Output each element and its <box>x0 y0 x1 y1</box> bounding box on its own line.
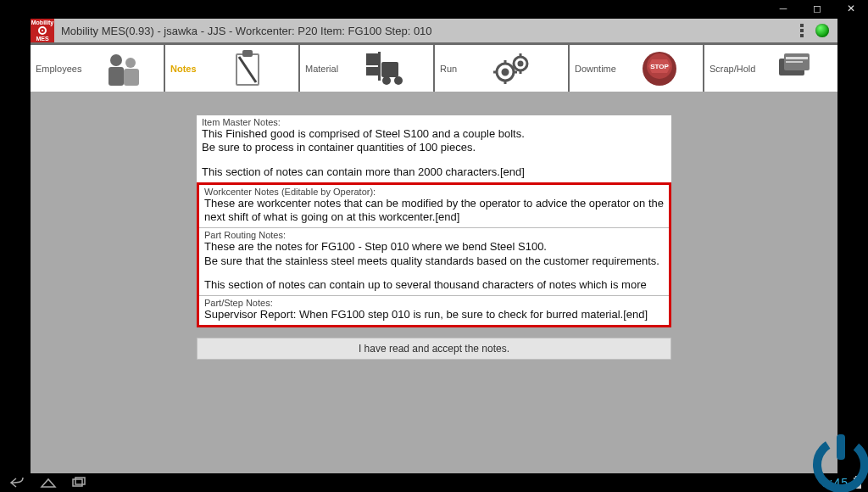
tab-scraphold[interactable]: Scrap/Hold <box>704 45 837 92</box>
tab-material[interactable]: Material <box>300 45 433 92</box>
app-logo: Mobility MES <box>31 19 54 42</box>
svg-rect-32 <box>73 479 82 486</box>
svg-point-17 <box>519 62 522 65</box>
tab-label: Material <box>305 64 338 74</box>
android-nav-bar: 8:45 <box>0 473 868 492</box>
gears-icon <box>462 50 563 87</box>
tab-label: Downtime <box>575 64 616 74</box>
svg-rect-3 <box>124 69 139 86</box>
workcenter-notes-block[interactable]: Workcenter Notes (Editable by Operator):… <box>199 185 669 228</box>
window-controls: ─ ◻ ✕ <box>766 0 868 17</box>
app-titlebar: Mobility MES Mobility MES(0.93) - jsawka… <box>31 19 837 42</box>
employees-icon <box>86 50 159 87</box>
svg-point-0 <box>110 54 122 66</box>
tab-employees[interactable]: Employees <box>31 45 164 92</box>
window-minimize-button[interactable]: ─ <box>766 0 800 17</box>
app-viewport: Mobility MES Mobility MES(0.93) - jsawka… <box>31 19 837 473</box>
svg-text:STOP: STOP <box>650 63 669 70</box>
home-button[interactable] <box>37 476 59 489</box>
tab-label: Employees <box>36 64 81 74</box>
power-logo-icon <box>798 422 868 492</box>
note-body: These are workcenter notes that can be m… <box>204 197 664 225</box>
forklift-icon <box>343 50 428 87</box>
note-header: Item Master Notes: <box>202 117 666 127</box>
svg-rect-8 <box>366 53 378 65</box>
svg-rect-31 <box>786 61 803 63</box>
svg-rect-9 <box>366 67 378 75</box>
notes-panel: Item Master Notes: This Finished good is… <box>197 115 671 327</box>
note-body: Supervisor Report: When FG100 step 010 i… <box>204 308 664 321</box>
tab-notes[interactable]: Notes <box>165 45 298 92</box>
svg-point-15 <box>503 70 508 75</box>
tab-strip: Employees Notes Material Run <box>31 42 837 92</box>
overflow-menu-icon[interactable] <box>793 24 810 37</box>
tab-label: Notes <box>170 64 197 74</box>
tab-label: Run <box>440 64 457 74</box>
svg-rect-30 <box>786 57 808 59</box>
svg-rect-13 <box>378 52 381 81</box>
part-routing-notes-block: Part Routing Notes: These are the notes … <box>199 227 669 295</box>
svg-point-2 <box>125 58 136 68</box>
svg-rect-6 <box>242 50 253 57</box>
note-body: These are the notes for FG100 - Step 010… <box>204 240 664 292</box>
tab-label: Scrap/Hold <box>709 64 755 74</box>
scrap-icon <box>760 52 832 86</box>
svg-rect-10 <box>381 62 398 77</box>
svg-rect-35 <box>837 434 845 460</box>
svg-rect-1 <box>108 67 124 86</box>
svg-point-12 <box>394 76 403 85</box>
tab-run[interactable]: Run <box>435 45 568 92</box>
part-step-notes-block: Part/Step Notes: Supervisor Report: When… <box>199 295 669 325</box>
status-indicator-icon <box>815 24 829 37</box>
notes-icon <box>202 48 293 89</box>
app-logo-top: Mobility <box>31 20 53 25</box>
target-icon <box>38 26 47 35</box>
stop-button-icon: STOP <box>621 49 698 88</box>
recent-apps-button[interactable] <box>68 476 90 489</box>
app-title: Mobility MES(0.93) - jsawka - JJS - Work… <box>54 25 793 37</box>
highlighted-notes-group: Workcenter Notes (Editable by Operator):… <box>197 182 671 328</box>
svg-rect-33 <box>75 478 85 484</box>
note-header: Workcenter Notes (Editable by Operator): <box>204 187 664 197</box>
back-button[interactable] <box>7 476 29 489</box>
device-frame: ─ ◻ ✕ Mobility MES Mobility MES(0.93) - … <box>0 0 868 492</box>
notes-content-area: Item Master Notes: This Finished good is… <box>31 92 837 473</box>
note-body: This Finished good is comprised of Steel… <box>202 127 666 179</box>
tab-downtime[interactable]: Downtime STOP <box>570 45 703 92</box>
accept-notes-button[interactable]: I have read and accept the notes. <box>197 338 671 360</box>
note-header: Part Routing Notes: <box>204 230 664 240</box>
svg-point-11 <box>382 76 391 85</box>
window-maximize-button[interactable]: ◻ <box>800 0 834 17</box>
window-close-button[interactable]: ✕ <box>834 0 868 17</box>
note-header: Part/Step Notes: <box>204 298 664 308</box>
item-master-notes-block: Item Master Notes: This Finished good is… <box>197 115 671 182</box>
app-logo-bottom: MES <box>36 36 48 42</box>
